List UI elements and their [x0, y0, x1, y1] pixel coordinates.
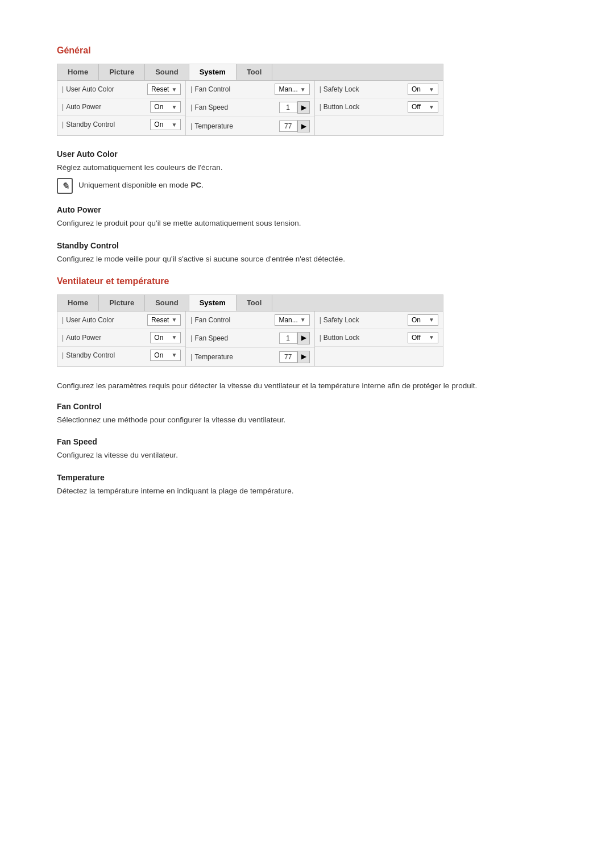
safety-lock-dropdown-1[interactable]: On ▼ [408, 84, 438, 95]
fan-control-heading: Fan Control [57, 402, 557, 411]
standby-control-control-2: On ▼ [150, 350, 181, 361]
fan-panel-body: User Auto Color Reset ▼ Auto Power On ▼ [57, 312, 443, 366]
general-col2: Fan Control Man... ▼ Fan Speed 1 ▶ [186, 81, 314, 135]
safety-lock-row-1: Safety Lock On ▼ [315, 81, 443, 98]
fan-section-title: Ventilateur et température [57, 276, 557, 286]
general-ui-panel: Home Picture Sound System Tool User Auto… [57, 64, 443, 136]
standby-control-value-2: On [154, 351, 163, 359]
auto-power-label-2: Auto Power [62, 334, 150, 342]
standby-control-label-1: Standby Control [62, 121, 150, 128]
fan-control-value-2: Man... [279, 316, 297, 324]
tab-home-1[interactable]: Home [57, 64, 99, 80]
auto-power-label-1: Auto Power [62, 103, 150, 111]
safety-lock-control-1: On ▼ [408, 84, 438, 95]
standby-control-arrow-2: ▼ [171, 352, 177, 358]
temperature-nav-1[interactable]: ▶ [297, 120, 310, 132]
fan-control-arrow-1: ▼ [300, 86, 306, 93]
general-tab-row: Home Picture Sound System Tool [57, 64, 443, 81]
fan-speed-label-2: Fan Speed [190, 334, 279, 342]
button-lock-value-2: Off [412, 334, 421, 342]
fan-control-value-1: Man... [279, 85, 297, 93]
user-auto-color-note-box: ✎ Uniquement disponible en mode PC. [57, 178, 557, 194]
tab-system-2[interactable]: System [189, 295, 237, 311]
auto-power-dropdown-2[interactable]: On ▼ [150, 332, 181, 343]
auto-power-control-1: On ▼ [150, 101, 181, 113]
fan-control-dropdown-2[interactable]: Man... ▼ [275, 314, 309, 326]
button-lock-dropdown-2[interactable]: Off ▼ [408, 332, 438, 343]
user-auto-color-dropdown[interactable]: Reset ▼ [147, 84, 181, 95]
temperature-row-2: Temperature 77 ▶ [186, 348, 314, 366]
button-lock-dropdown-1[interactable]: Off ▼ [408, 101, 438, 113]
button-lock-label-1: Button Lock [320, 103, 408, 111]
safety-lock-label-2: Safety Lock [320, 316, 408, 324]
user-auto-color-row-2: User Auto Color Reset ▼ [57, 312, 185, 329]
user-auto-color-desc: User Auto Color Réglez automatiquement l… [57, 149, 557, 194]
fan-speed-label-1: Fan Speed [190, 103, 279, 111]
user-auto-color-arrow: ▼ [171, 86, 177, 93]
note-icon-1: ✎ [57, 178, 73, 194]
standby-control-row-1: Standby Control On ▼ [57, 116, 185, 133]
standby-control-dropdown-1[interactable]: On ▼ [150, 119, 181, 130]
general-section-title: Général [57, 45, 557, 56]
user-auto-color-heading: User Auto Color [57, 149, 557, 159]
fan-speed-value-1: 1 [279, 102, 297, 113]
tab-tool-1[interactable]: Tool [237, 64, 272, 80]
standby-control-dropdown-2[interactable]: On ▼ [150, 350, 181, 361]
temperature-row-1: Temperature 77 ▶ [186, 117, 314, 135]
user-auto-color-arrow-2: ▼ [171, 317, 177, 323]
tab-tool-2[interactable]: Tool [237, 295, 272, 311]
fan-speed-nav-1[interactable]: ▶ [297, 101, 310, 114]
tab-system-1[interactable]: System [189, 64, 237, 80]
tab-sound-2[interactable]: Sound [145, 295, 189, 311]
standby-control-row-2: Standby Control On ▼ [57, 347, 185, 364]
standby-control-value-1: On [154, 121, 163, 128]
fan-speed-desc: Fan Speed Configurez la vitesse du venti… [57, 437, 557, 461]
button-lock-control-1: Off ▼ [408, 101, 438, 113]
fan-control-desc: Fan Control Sélectionnez une méthode pou… [57, 402, 557, 426]
user-auto-color-dropdown-2[interactable]: Reset ▼ [147, 314, 181, 326]
fan-tab-row: Home Picture Sound System Tool [57, 295, 443, 312]
user-auto-color-text: Réglez automatiquement les couleurs de l… [57, 162, 557, 173]
safety-lock-dropdown-2[interactable]: On ▼ [408, 314, 438, 326]
temperature-value-2: 77 [279, 351, 297, 363]
fan-intro-text: Configurez les paramètres requis pour dé… [57, 380, 557, 392]
user-auto-color-control-2: Reset ▼ [147, 314, 181, 326]
safety-lock-value-2: On [412, 316, 421, 324]
safety-lock-arrow-1: ▼ [429, 86, 434, 93]
fan-speed-heading: Fan Speed [57, 437, 557, 446]
button-lock-control-2: Off ▼ [408, 332, 438, 343]
fan-control-dropdown-1[interactable]: Man... ▼ [275, 84, 309, 95]
tab-home-2[interactable]: Home [57, 295, 99, 311]
user-auto-color-row: User Auto Color Reset ▼ [57, 81, 185, 98]
standby-control-text: Configurez le mode veille pour qu'il s'a… [57, 254, 557, 265]
fan-speed-row-2: Fan Speed 1 ▶ [186, 329, 314, 348]
auto-power-desc: Auto Power Configurez le produit pour qu… [57, 205, 557, 229]
standby-control-control-1: On ▼ [150, 119, 181, 130]
auto-power-dropdown-1[interactable]: On ▼ [150, 101, 181, 113]
auto-power-text: Configurez le produit pour qu'il se mett… [57, 218, 557, 229]
general-col3: Safety Lock On ▼ Button Lock Off ▼ [315, 81, 443, 135]
safety-lock-arrow-2: ▼ [429, 317, 434, 323]
safety-lock-value-1: On [412, 85, 421, 93]
temperature-control-2: 77 ▶ [279, 351, 310, 363]
temperature-nav-2[interactable]: ▶ [297, 351, 310, 363]
standby-control-label-2: Standby Control [62, 351, 150, 359]
button-lock-row-1: Button Lock Off ▼ [315, 98, 443, 116]
fan-col1: User Auto Color Reset ▼ Auto Power On ▼ [57, 312, 186, 366]
fan-ui-panel: Home Picture Sound System Tool User Auto… [57, 294, 443, 367]
fan-control-row-2: Fan Control Man... ▼ [186, 312, 314, 329]
temperature-label-1: Temperature [190, 122, 279, 130]
standby-control-heading: Standby Control [57, 241, 557, 250]
fan-speed-text: Configurez la vitesse du ventilateur. [57, 450, 557, 461]
general-panel-body: User Auto Color Reset ▼ Auto Power On ▼ [57, 81, 443, 135]
tab-picture-1[interactable]: Picture [99, 64, 145, 80]
general-col3-empty-row [315, 116, 443, 133]
safety-lock-control-2: On ▼ [408, 314, 438, 326]
button-lock-label-2: Button Lock [320, 334, 408, 342]
user-auto-color-value-2: Reset [151, 316, 169, 324]
auto-power-heading: Auto Power [57, 205, 557, 214]
user-auto-color-value: Reset [151, 85, 169, 93]
tab-picture-2[interactable]: Picture [99, 295, 145, 311]
tab-sound-1[interactable]: Sound [145, 64, 189, 80]
fan-speed-nav-2[interactable]: ▶ [297, 332, 310, 344]
